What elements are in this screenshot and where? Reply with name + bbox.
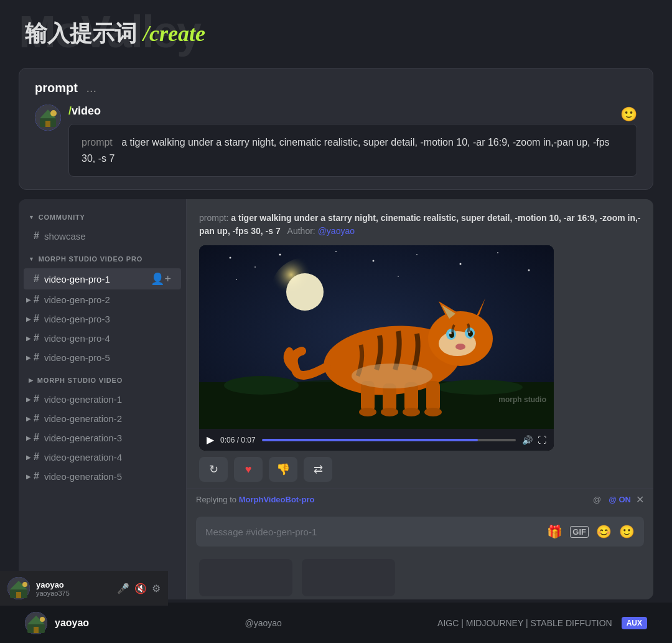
svg-point-46 xyxy=(381,408,398,416)
prompt-container: prompt ... /video 🙂 prompt a tige xyxy=(19,68,653,190)
morph-pro-header[interactable]: ▼ MORPH STUDIO VIDEO PRO xyxy=(19,250,186,268)
prompt-header: prompt ... xyxy=(35,81,637,95)
emoji-button[interactable]: 🙂 xyxy=(620,106,637,123)
replying-to-label: Replying to xyxy=(196,495,236,504)
close-reply-button[interactable]: ✕ xyxy=(636,494,644,505)
dislike-button[interactable]: 👎 xyxy=(269,457,297,482)
hash-icon: # xyxy=(34,432,39,443)
reply-mention: MorphVideoBot-pro xyxy=(239,495,315,504)
command-name: video xyxy=(72,105,101,117)
sidebar-item-video-gen-pro-1[interactable]: # video-gen-pro-1 👤+ xyxy=(24,268,181,289)
video-watermark: morph studio xyxy=(498,395,546,404)
fullscreen-icon[interactable]: ⛶ xyxy=(538,435,546,445)
play-button[interactable]: ▶ xyxy=(207,434,214,446)
message-input-box: 🎁 GIF 😊 🙂 xyxy=(196,517,644,547)
gift-icon[interactable]: 🎁 xyxy=(547,524,562,539)
svg-point-38 xyxy=(449,332,452,334)
svg-point-40 xyxy=(455,344,465,350)
chevron-right-icon: ▶ xyxy=(29,377,34,383)
message-text-input[interactable] xyxy=(205,527,539,537)
hash-icon: # xyxy=(34,393,39,405)
sidebar-user-info: yaoyao yaoyao375 xyxy=(36,580,70,597)
svg-point-49 xyxy=(352,364,432,388)
chevron-left-icon: ▶ xyxy=(26,396,31,403)
prompt-detail-text: a tiger walking under a starry night, ci… xyxy=(199,213,641,236)
footer-avatar xyxy=(25,612,47,634)
shuffle-button[interactable]: ⇄ xyxy=(304,457,332,482)
channel-name: video-gen-pro-4 xyxy=(44,333,110,344)
morph-pro-section: ▼ MORPH STUDIO VIDEO PRO # video-gen-pro… xyxy=(19,250,186,367)
gif-icon[interactable]: GIF xyxy=(570,526,589,538)
user-actions: 🎤 🔇 ⚙ xyxy=(117,583,161,594)
channel-name: video-generation-5 xyxy=(44,471,122,482)
mute-icon[interactable]: 🎤 xyxy=(117,583,129,594)
time-display: 0:06 / 0:07 xyxy=(220,436,256,444)
showcase-label: showcase xyxy=(44,231,86,242)
svg-point-14 xyxy=(254,266,256,268)
refresh-button[interactable]: ↻ xyxy=(199,457,228,482)
video-player: morph studio ▶ 0:06 / 0:07 🔊 ⛶ xyxy=(199,245,554,451)
footer: yaoyao @yaoyao AIGC | MIDJOURNEY | STABL… xyxy=(0,603,672,643)
add-member-icon[interactable]: 👤+ xyxy=(151,272,171,286)
volume-icon[interactable]: 🔊 xyxy=(522,435,533,445)
svg-point-15 xyxy=(279,254,281,256)
prompt-box: prompt a tiger walking under a starry ni… xyxy=(68,124,637,177)
author-label: Author: xyxy=(287,226,315,236)
sidebar-item-video-generation-2[interactable]: ▶ # video-generation-2 xyxy=(24,409,181,428)
channel-name: video-gen-pro-3 xyxy=(44,314,110,324)
emoji-picker-icon[interactable]: 🙂 xyxy=(619,524,635,539)
svg-point-18 xyxy=(416,254,418,255)
chevron-left-icon: ▶ xyxy=(26,473,31,480)
svg-point-45 xyxy=(359,408,376,416)
hash-icon: # xyxy=(34,230,39,242)
footer-right-text: AIGC | MIDJOURNEY | STABLE DIFFUTION xyxy=(437,618,612,628)
footer-right: AIGC | MIDJOURNEY | STABLE DIFFUTION AUX xyxy=(437,617,647,629)
sidebar-item-video-gen-pro-5[interactable]: ▶ # video-gen-pro-5 xyxy=(24,348,181,367)
sidebar-user-avatar xyxy=(19,577,30,599)
sidebar-item-showcase[interactable]: # showcase xyxy=(24,227,181,245)
sidebar-item-video-gen-pro-3[interactable]: ▶ # video-gen-pro-3 xyxy=(24,309,181,328)
chat-top-row: /video 🙂 xyxy=(68,105,637,124)
progress-bar[interactable] xyxy=(262,439,516,441)
channel-name: video-generation-2 xyxy=(44,413,122,424)
sidebar-item-video-gen-pro-2[interactable]: ▶ # video-gen-pro-2 xyxy=(24,290,181,309)
reply-to-info: Replying to MorphVideoBot-pro xyxy=(196,495,314,504)
chevron-left-icon: ▶ xyxy=(26,454,31,461)
avatar xyxy=(35,105,61,131)
action-buttons: ↻ ♥ 👎 ⇄ xyxy=(199,457,641,482)
channel-name: video-gen-pro-5 xyxy=(44,352,110,363)
thumbnail-1 xyxy=(199,559,292,596)
svg-point-21 xyxy=(528,270,530,271)
svg-rect-8 xyxy=(19,592,21,598)
sidebar-item-video-gen-pro-4[interactable]: ▶ # video-gen-pro-4 xyxy=(24,329,181,347)
svg-point-48 xyxy=(424,408,442,416)
aux-badge: AUX xyxy=(622,617,647,629)
morph-video-label: MORPH STUDIO VIDEO xyxy=(37,377,123,384)
heart-button[interactable]: ♥ xyxy=(234,457,263,482)
chevron-down-icon-pro: ▼ xyxy=(29,256,35,262)
svg-point-23 xyxy=(236,279,237,280)
video-frame: morph studio xyxy=(199,245,554,429)
chat-entry: /video 🙂 prompt a tiger walking under a … xyxy=(35,105,637,177)
svg-point-27 xyxy=(436,380,523,395)
reply-right-actions: @ @ ON ✕ xyxy=(593,494,644,505)
sidebar-item-video-generation-1[interactable]: ▶ # video-generation-1 xyxy=(24,390,181,408)
sidebar-username: yaoyao xyxy=(36,580,70,589)
chat-messages: prompt: a tiger walking under a starry n… xyxy=(187,199,653,488)
at-sign-icon: @ xyxy=(593,495,601,504)
sidebar-item-video-generation-3[interactable]: ▶ # video-generation-3 xyxy=(24,428,181,447)
mention-on-badge[interactable]: @ ON xyxy=(609,495,631,504)
community-header[interactable]: ▼ COMMUNITY xyxy=(19,209,186,226)
thumbnail-2 xyxy=(302,559,395,596)
hash-icon: # xyxy=(34,352,39,363)
morph-video-header[interactable]: ▶ MORPH STUDIO VIDEO xyxy=(19,372,186,389)
progress-fill xyxy=(262,439,478,441)
sidebar-item-video-generation-5[interactable]: ▶ # video-generation-5 xyxy=(24,467,181,486)
sticker-icon[interactable]: 😊 xyxy=(596,524,612,539)
settings-icon[interactable]: ⚙ xyxy=(152,583,161,594)
svg-point-19 xyxy=(460,263,462,265)
message-prompt-text: prompt: a tiger walking under a starry n… xyxy=(199,212,641,238)
deafen-icon[interactable]: 🔇 xyxy=(134,583,147,594)
sidebar-user-tag: yaoyao375 xyxy=(36,589,70,597)
sidebar-item-video-generation-4[interactable]: ▶ # video-generation-4 xyxy=(24,448,181,466)
